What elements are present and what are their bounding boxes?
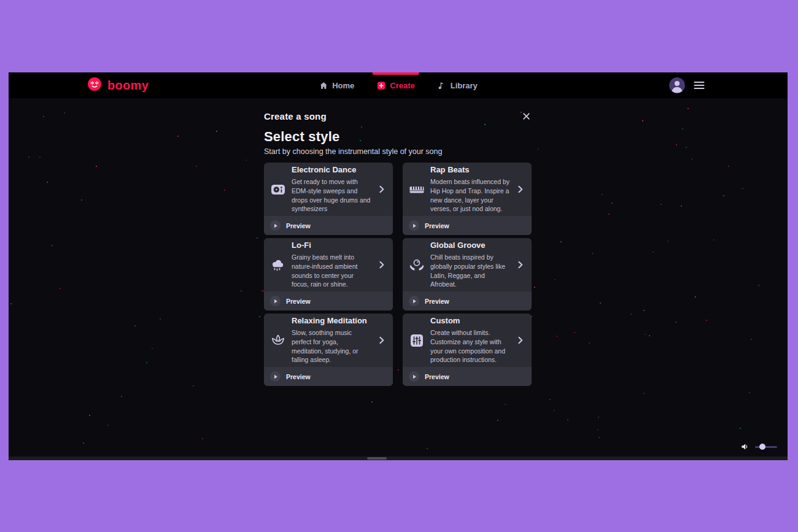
star-dot [749,392,750,393]
chevron-right-icon[interactable] [516,335,525,345]
style-card-main: Rap Beats Modern beats influenced by Hip… [403,163,532,216]
star-dot [608,214,610,215]
star-dot [686,147,687,148]
star-dot [598,417,599,418]
star-dot [554,279,556,280]
style-name: Lo-Fi [292,241,371,250]
star-dot [723,195,724,196]
star-dot [602,194,603,195]
star-dot [676,144,677,145]
volume-slider-thumb[interactable] [759,444,765,450]
play-icon[interactable] [409,296,419,306]
style-card-main: Lo-Fi Grainy beats melt into nature-infu… [264,238,393,291]
star-dot [89,415,90,416]
style-preview-button[interactable]: Preview [264,367,393,386]
star-dot [630,314,632,315]
star-dot [653,252,654,253]
star-dot [681,206,682,207]
plus-square-icon [376,81,385,90]
style-preview-button[interactable]: Preview [264,216,393,235]
star-dot [371,401,373,403]
star-dot [611,202,613,204]
star-dot [643,310,645,311]
play-icon[interactable] [270,371,281,382]
style-card-global-groove[interactable]: Global Groove Chill beats inspired by gl… [403,238,532,310]
page-subtitle: Start by choosing the instrumental style… [264,147,532,156]
star-dot [96,166,97,167]
menu-icon[interactable] [694,81,705,90]
style-preview-button[interactable]: Preview [403,367,532,386]
preview-label: Preview [425,373,449,380]
star-dot [107,425,109,426]
star-dot [134,325,136,326]
speaker-icon[interactable] [740,442,750,452]
horizontal-scrollbar[interactable] [9,457,788,460]
chevron-right-icon[interactable] [377,335,386,345]
star-dot [675,322,676,323]
star-dot [259,316,260,317]
style-card-main: Electronic Dance Get ready to move with … [264,163,393,216]
star-dot [695,296,696,298]
style-card-electronic-dance[interactable]: Electronic Dance Get ready to move with … [264,163,393,235]
star-dot [202,438,203,439]
style-card-lo-fi[interactable]: Lo-Fi Grainy beats melt into nature-infu… [264,238,393,310]
play-icon[interactable] [270,220,281,231]
tab-home[interactable]: Home [319,72,354,98]
play-icon[interactable] [409,220,419,231]
chevron-right-icon[interactable] [516,184,525,195]
page-title: Select style [264,129,532,145]
preview-label: Preview [286,373,311,380]
star-dot [742,188,743,189]
modal-header: Create a song [264,110,532,121]
music-note-icon [437,81,446,90]
star-dot [538,148,539,150]
chevron-right-icon[interactable] [377,260,386,270]
star-dot [682,128,683,129]
rain-cloud-icon [270,257,286,273]
tab-library[interactable]: Library [437,72,478,98]
star-dot [643,393,645,394]
star-dot [549,399,551,400]
style-description: Chill beats inspired by globally popular… [430,253,510,289]
style-preview-button[interactable]: Preview [264,291,393,310]
star-dot [706,320,707,321]
preview-label: Preview [425,298,449,305]
navbar-right [669,72,705,98]
user-avatar[interactable] [669,77,685,93]
style-description: Create without limits. Customize any sty… [430,328,510,364]
star-dot [10,303,12,304]
star-dot [497,420,498,421]
play-icon[interactable] [270,296,281,306]
style-name: Rap Beats [430,165,510,174]
chevron-right-icon[interactable] [377,184,386,195]
lotus-icon [270,333,286,349]
preview-label: Preview [286,222,311,229]
style-name: Electronic Dance [292,165,371,174]
close-icon[interactable] [521,110,532,121]
style-card-relaxing-meditation[interactable]: Relaxing Meditation Slow, soothing music… [264,314,393,386]
top-navbar: boomy Home Create Library [9,72,788,98]
horizontal-scrollbar-thumb[interactable] [367,457,387,460]
star-dot [43,116,44,117]
star-dot [554,410,555,411]
boomy-brand[interactable]: boomy [87,72,149,98]
style-card-main: Global Groove Chill beats inspired by gl… [403,238,532,291]
style-card-rap-beats[interactable]: Rap Beats Modern beats influenced by Hip… [403,163,532,235]
app-window: boomy Home Create Library Create a [9,72,788,460]
star-dot [642,120,643,121]
star-dot [667,241,668,242]
star-dot [758,285,759,286]
play-icon[interactable] [409,371,419,382]
chevron-right-icon[interactable] [516,260,525,270]
volume-slider[interactable] [755,446,777,448]
style-name: Relaxing Meditation [292,316,371,325]
star-dot [257,237,258,239]
style-preview-button[interactable]: Preview [403,216,532,235]
tab-create[interactable]: Create [376,72,414,98]
style-preview-button[interactable]: Preview [403,291,532,310]
star-dot [47,182,48,183]
star-dot [751,339,752,340]
star-dot [649,335,650,336]
style-card-custom[interactable]: Custom Create without limits. Customize … [403,314,532,386]
star-dot [660,204,662,205]
